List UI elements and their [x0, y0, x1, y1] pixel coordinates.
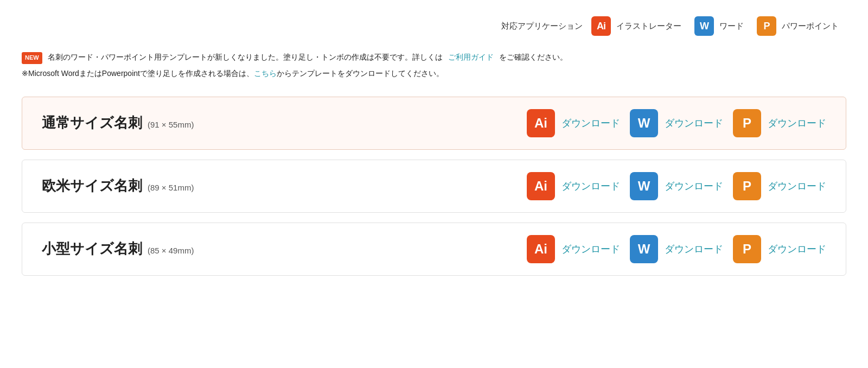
- dl-icon-small-ai: Ai: [527, 235, 555, 263]
- card-size-normal: (91 × 55mm): [148, 120, 194, 129]
- notice-block: NEW名刺のワード・パワーポイント用テンプレートが新しくなりました。塗り足し・ト…: [22, 51, 846, 79]
- dl-link-normal-p[interactable]: ダウンロード: [768, 117, 826, 130]
- dl-icon-normal-p: P: [733, 109, 761, 137]
- app-name-w: ワード: [719, 21, 744, 31]
- notice-text-1: 名刺のワード・パワーポイント用テンプレートが新しくなりました。塗り足し・トンボの…: [48, 51, 443, 63]
- dl-item-normal-w: Wダウンロード: [630, 109, 723, 137]
- header-label: 対応アプリケーション: [501, 21, 583, 31]
- dl-link-western-w[interactable]: ダウンロード: [665, 180, 723, 193]
- dl-link-western-ai[interactable]: ダウンロード: [561, 180, 620, 193]
- dl-icon-normal-w: W: [630, 109, 658, 137]
- app-name-ai: イラストレーター: [616, 21, 681, 31]
- guide-link[interactable]: ご利用ガイド: [448, 51, 494, 63]
- card-title-small: 小型サイズ名刺(85 × 49mm): [42, 239, 248, 258]
- card-size-western: (89 × 51mm): [148, 183, 194, 192]
- dl-link-normal-ai[interactable]: ダウンロード: [561, 117, 620, 130]
- dl-item-normal-p: Pダウンロード: [733, 109, 826, 137]
- dl-item-western-w: Wダウンロード: [630, 172, 723, 200]
- dl-icon-small-p: P: [733, 235, 761, 263]
- dl-item-western-p: Pダウンロード: [733, 172, 826, 200]
- dl-item-small-ai: Aiダウンロード: [527, 235, 620, 263]
- card-normal: 通常サイズ名刺(91 × 55mm)AiダウンロードWダウンロードPダウンロード: [22, 97, 846, 150]
- dl-link-small-p[interactable]: ダウンロード: [768, 243, 826, 256]
- dl-link-western-p[interactable]: ダウンロード: [768, 180, 826, 193]
- card-title-normal: 通常サイズ名刺(91 × 55mm): [42, 113, 248, 132]
- dl-item-small-w: Wダウンロード: [630, 235, 723, 263]
- cards-container: 通常サイズ名刺(91 × 55mm)AiダウンロードWダウンロードPダウンロード…: [22, 97, 846, 276]
- app-header: 対応アプリケーションAiイラストレーターWワードPパワーポイント: [22, 16, 846, 36]
- dl-link-small-ai[interactable]: ダウンロード: [561, 243, 620, 256]
- dl-item-normal-ai: Aiダウンロード: [527, 109, 620, 137]
- download-group-western: AiダウンロードWダウンロードPダウンロード: [248, 172, 826, 200]
- dl-link-normal-w[interactable]: ダウンロード: [665, 117, 723, 130]
- kochi-link[interactable]: こちら: [254, 69, 277, 78]
- card-size-small: (85 × 49mm): [148, 246, 194, 255]
- app-badge-ai: Ai: [591, 16, 611, 36]
- dl-icon-western-ai: Ai: [527, 172, 555, 200]
- card-small: 小型サイズ名刺(85 × 49mm)AiダウンロードWダウンロードPダウンロード: [22, 223, 846, 276]
- notice-line2: ※Microsoft WordまたはPowerpointで塗り足しを作成される場…: [22, 67, 846, 79]
- app-badge-w: W: [694, 16, 714, 36]
- download-group-small: AiダウンロードWダウンロードPダウンロード: [248, 235, 826, 263]
- notice-suffix-2: からテンプレートをダウンロードしてください。: [277, 69, 444, 78]
- card-western: 欧米サイズ名刺(89 × 51mm)AiダウンロードWダウンロードPダウンロード: [22, 160, 846, 213]
- notice-line1: NEW名刺のワード・パワーポイント用テンプレートが新しくなりました。塗り足し・ト…: [22, 51, 846, 64]
- download-group-normal: AiダウンロードWダウンロードPダウンロード: [248, 109, 826, 137]
- app-name-p: パワーポイント: [782, 21, 839, 31]
- dl-icon-normal-ai: Ai: [527, 109, 555, 137]
- dl-item-western-ai: Aiダウンロード: [527, 172, 620, 200]
- notice-suffix-1: をご確認ください。: [499, 51, 567, 63]
- dl-icon-western-w: W: [630, 172, 658, 200]
- card-title-western: 欧米サイズ名刺(89 × 51mm): [42, 176, 248, 195]
- app-badge-p: P: [757, 16, 776, 36]
- new-badge: NEW: [22, 52, 42, 64]
- dl-icon-western-p: P: [733, 172, 761, 200]
- dl-item-small-p: Pダウンロード: [733, 235, 826, 263]
- dl-link-small-w[interactable]: ダウンロード: [665, 243, 723, 256]
- dl-icon-small-w: W: [630, 235, 658, 263]
